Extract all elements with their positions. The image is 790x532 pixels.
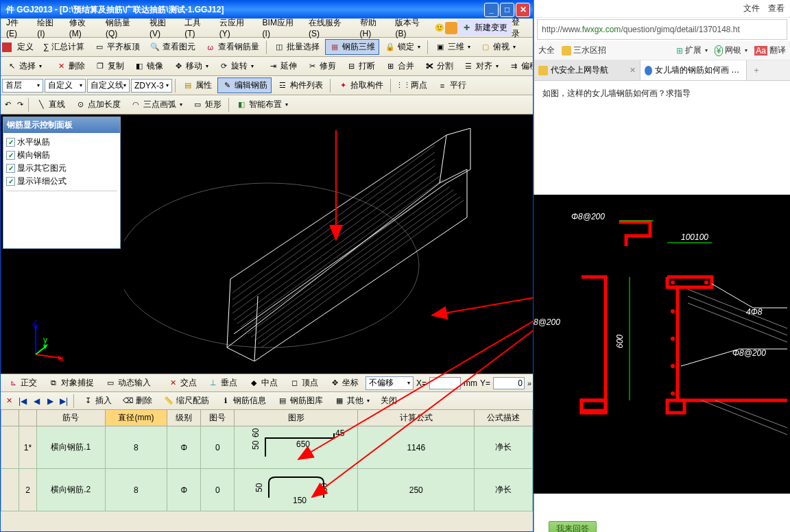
menu-version[interactable]: 版本号(B) — [391, 15, 434, 40]
y-input[interactable] — [493, 377, 525, 389]
col-grade[interactable]: 级别 — [167, 410, 201, 426]
mirror-button[interactable]: ◧镜像 — [130, 58, 167, 74]
offset-combo[interactable]: 不偏移▾ — [366, 376, 414, 390]
ext-1[interactable]: 大全 — [538, 45, 555, 56]
nav-prev[interactable]: ◀ — [31, 396, 42, 407]
coord-snap[interactable]: ✥坐标 — [325, 375, 363, 391]
tab-2[interactable]: 女儿墙的钢筋如何画 -广联达服 — [641, 60, 747, 80]
rotate-button[interactable]: ⟳旋转▾ — [214, 58, 258, 74]
mid-snap[interactable]: ◆中点 — [244, 375, 282, 391]
browser-menu-file[interactable]: 文件 — [743, 3, 760, 14]
tab-add-button[interactable]: + — [747, 60, 766, 80]
ext-2[interactable]: 三水区招 — [562, 45, 606, 56]
objsnap-toggle[interactable]: ⧉对象捕捉 — [44, 375, 98, 391]
cell-formula[interactable]: 250 — [358, 469, 475, 511]
browser-menu-view[interactable]: 查看 — [768, 3, 785, 14]
extend-button[interactable]: ⇥延伸 — [263, 58, 301, 74]
menu-cloud[interactable]: 云应用(Y) — [215, 15, 259, 40]
perp-snap[interactable]: ⊥垂点 — [204, 375, 241, 391]
chk-row-2[interactable]: ✓横向钢筋 — [6, 149, 117, 162]
scale-button[interactable]: 📏缩尺配筋 — [159, 393, 213, 409]
col-shape[interactable]: 图形 — [235, 410, 358, 426]
rect-button[interactable]: ▭矩形 — [188, 97, 226, 112]
line-button[interactable]: ╲直线 — [32, 97, 69, 112]
view-dwg-button[interactable]: 🔍查看图元 — [145, 39, 200, 55]
two-point-button[interactable]: ⋮⋮两点 — [394, 77, 431, 93]
menu-file[interactable]: J件(E) — [2, 15, 33, 40]
merge-button[interactable]: ⊞合并 — [381, 58, 418, 74]
cell-name[interactable]: 横向钢筋.2 — [37, 469, 106, 511]
minimize-button[interactable]: _ — [484, 3, 499, 17]
emoji-icon[interactable]: 🙂 — [434, 23, 445, 34]
close-button[interactable]: ✕ — [516, 3, 530, 17]
cell-shape[interactable]: 650 45 50 60 — [235, 426, 358, 469]
menu-online[interactable]: 在线服务(S) — [304, 15, 356, 40]
cell-dia[interactable]: 8 — [105, 426, 167, 469]
smart-layout-button[interactable]: ◧智能布置▾ — [232, 97, 292, 112]
other-button[interactable]: ▦其他▾ — [330, 393, 374, 409]
chevron-right-icon[interactable]: » — [527, 378, 531, 389]
component-list-button[interactable]: ☲构件列表 — [273, 77, 327, 93]
new-change-button[interactable]: ✚新建变更 — [457, 20, 512, 36]
cell-name[interactable]: 横向钢筋.1 — [37, 426, 106, 469]
undo-icon[interactable]: ↶ — [2, 99, 13, 110]
parallel-button[interactable]: ≡平行 — [433, 77, 470, 93]
menu-rebar-qty[interactable]: 钢筋量(Q) — [101, 15, 145, 40]
edit-rebar-button[interactable]: ✎编辑钢筋 — [217, 77, 272, 93]
trim-button[interactable]: ✂修剪 — [302, 58, 340, 74]
break-button[interactable]: ⊟打断 — [342, 58, 379, 74]
menu-help[interactable]: 帮助(H) — [356, 15, 392, 40]
offset-button[interactable]: ⇉偏移 — [504, 58, 533, 74]
front-view-button[interactable]: ▢俯视▾ — [476, 39, 520, 55]
nav-next[interactable]: ▶ — [45, 396, 56, 407]
cell-grade[interactable]: Φ — [167, 426, 201, 469]
col-dia[interactable]: 直径(mm) — [105, 410, 167, 426]
attr-button[interactable]: ▤属性 — [178, 77, 216, 93]
move-button[interactable]: ✥移动▾ — [169, 58, 213, 74]
cell-grade[interactable]: Φ — [167, 469, 201, 511]
define-button[interactable]: 定义 — [13, 39, 38, 55]
tab-close-icon[interactable]: ✕ — [630, 66, 636, 75]
rebar-3d-button[interactable]: ▦钢筋三维 — [325, 39, 379, 55]
col-num[interactable]: 图号 — [201, 410, 235, 426]
address-bar[interactable]: http://www.fwxgx.com/question/gimq/detai… — [537, 19, 787, 40]
vertex-snap[interactable]: ◻顶点 — [285, 375, 322, 391]
cell-dia[interactable]: 8 — [105, 469, 167, 511]
chk-row-3[interactable]: ✓显示其它图元 — [6, 162, 117, 175]
menu-draw[interactable]: 绘图(I) — [33, 15, 65, 40]
menu-view[interactable]: 视图(V) — [145, 15, 180, 40]
table-row[interactable]: 2 横向钢筋.2 8 Φ 0 150 50 50 250 净长 — [1, 469, 533, 511]
viewport-3d[interactable]: 钢筋显示控制面板 ✓水平纵筋 ✓横向钢筋 ✓显示其它图元 ✓显示详细公式 — [1, 114, 533, 374]
menu-modify[interactable]: 修改(M) — [65, 15, 101, 40]
code-combo[interactable]: ZDYX-3▾ — [131, 79, 172, 93]
rebar-info-button[interactable]: ℹ钢筋信息 — [216, 393, 270, 409]
menu-bim[interactable]: BIM应用(I) — [259, 15, 304, 40]
flat-button[interactable]: ▭平齐板顶 — [90, 39, 144, 55]
redo-icon[interactable]: ↷ — [14, 99, 25, 110]
col-desc[interactable]: 公式描述 — [475, 410, 533, 426]
cell-shape[interactable]: 150 50 50 — [235, 469, 358, 511]
ortho-toggle[interactable]: ⊾正交 — [3, 375, 41, 391]
arc3-button[interactable]: ◠三点画弧▾ — [126, 97, 187, 112]
ext-4[interactable]: ¥网银▾ — [715, 45, 748, 56]
point-len-button[interactable]: ⊙点加长度 — [71, 97, 125, 112]
split-button[interactable]: ✀分割 — [420, 58, 457, 74]
login-link[interactable]: 登录 — [512, 16, 527, 40]
cell-desc[interactable]: 净长 — [475, 469, 533, 511]
nav-first[interactable]: |◀ — [17, 396, 28, 407]
chk-row-4[interactable]: ✓显示详细公式 — [6, 175, 117, 188]
select-button[interactable]: ↖选择▾ — [2, 58, 46, 74]
threed-button[interactable]: ▣三维▾ — [431, 39, 475, 55]
menu-tools[interactable]: 工具(T) — [180, 15, 215, 40]
col-formula[interactable]: 计算公式 — [358, 410, 475, 426]
tab-1[interactable]: 代安全上网导航✕ — [534, 60, 641, 80]
lock-button[interactable]: 🔒锁定▾ — [381, 39, 424, 55]
align-button[interactable]: ☰对齐▾ — [459, 58, 503, 74]
chk-row-1[interactable]: ✓水平纵筋 — [6, 136, 117, 149]
col-name[interactable]: 筋号 — [37, 410, 106, 426]
batch-select-button[interactable]: ◫批量选择 — [270, 39, 324, 55]
cell-num[interactable]: 0 — [201, 469, 235, 511]
rebar-lib-button[interactable]: ▤钢筋图库 — [273, 393, 327, 409]
nav-last[interactable]: ▶| — [58, 396, 69, 407]
ext-5[interactable]: Aa翻译 — [754, 45, 786, 56]
